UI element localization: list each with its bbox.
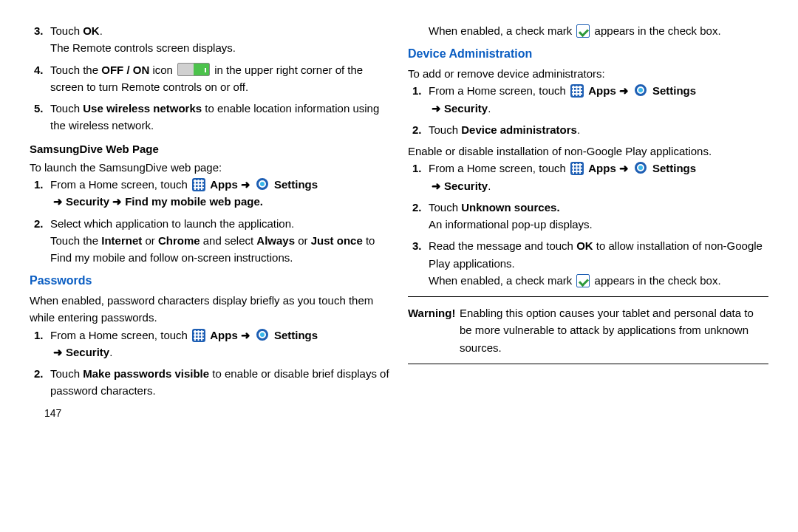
arrow-icon: ➜ xyxy=(432,102,441,115)
samsungdive-heading: SamsungDive Web Page xyxy=(30,140,390,157)
bold: Use wireless networks xyxy=(83,102,202,115)
bold: Make passwords visible xyxy=(83,367,209,380)
text: or xyxy=(142,234,158,247)
text: Touch xyxy=(50,24,83,37)
bold: Device administrators xyxy=(461,123,577,136)
bold: Apps xyxy=(588,84,616,97)
text: Touch the xyxy=(50,64,101,76)
apps-grid-icon xyxy=(192,329,205,342)
page-columns: 3.Touch OK. The Remote controls screen d… xyxy=(30,22,768,421)
warning-label: Warning! xyxy=(408,304,460,356)
bold: Unknown sources. xyxy=(461,201,559,214)
bold: Security xyxy=(444,180,488,192)
right-column: When enabled, a check mark appears in th… xyxy=(408,22,768,421)
bold: OK xyxy=(83,24,100,37)
arrow-icon: ➜ xyxy=(619,84,629,97)
text: . xyxy=(100,24,103,37)
step-detail: An informational pop-up displays. xyxy=(429,216,768,233)
arrow-icon: ➜ xyxy=(241,329,250,341)
text: From a Home screen, touch xyxy=(429,84,569,97)
step-number: 3. xyxy=(34,22,50,39)
step-number: 2. xyxy=(412,121,429,138)
bold: Settings xyxy=(274,329,318,341)
step-5: 5.Touch Use wireless networks to enable … xyxy=(50,100,390,134)
samsungdive-intro: To launch the SamsungDive web page: xyxy=(30,159,390,176)
settings-gear-icon xyxy=(255,327,270,342)
ng-step-2: 2.Touch Unknown sources. An informationa… xyxy=(429,199,768,233)
text: Touch xyxy=(429,123,461,136)
nongoogle-steps: 1.From a Home screen, touch Apps➜ Settin… xyxy=(408,160,768,289)
step-detail: The Remote controls screen displays. xyxy=(50,39,390,56)
apps-grid-icon xyxy=(192,178,205,191)
left-column: 3.Touch OK. The Remote controls screen d… xyxy=(30,22,390,421)
bold: Settings xyxy=(652,84,696,97)
settings-gear-icon xyxy=(633,83,648,98)
text: or xyxy=(295,234,311,247)
passwords-steps: 1.From a Home screen, touch Apps➜ Settin… xyxy=(30,327,390,400)
step-number: 3. xyxy=(412,237,429,254)
da-step-2: 2.Touch Device administrators. xyxy=(429,121,768,138)
remote-controls-steps: 3.Touch OK. The Remote controls screen d… xyxy=(30,22,390,134)
device-admin-steps: 1.From a Home screen, touch Apps➜ Settin… xyxy=(408,82,768,138)
divider xyxy=(408,296,768,297)
passwords-intro: When enabled, password characters displa… xyxy=(30,292,390,327)
samsungdive-steps: 1.From a Home screen, touch Apps➜ Settin… xyxy=(30,176,390,266)
bold: Settings xyxy=(274,178,318,191)
text: From a Home screen, touch xyxy=(429,162,569,174)
text: Touch the xyxy=(50,234,101,247)
bold: Security xyxy=(444,102,488,115)
toggle-icon xyxy=(177,63,210,76)
settings-gear-icon xyxy=(633,160,648,175)
text: icon xyxy=(149,64,176,76)
bold: Find my mobile web page xyxy=(125,195,260,208)
device-admin-intro: To add or remove device administrators: xyxy=(408,65,768,82)
checkmark-icon xyxy=(576,24,590,38)
step-3: 3.Touch OK. The Remote controls screen d… xyxy=(50,22,390,57)
text: appears in the check box. xyxy=(591,24,720,37)
passwords-heading: Passwords xyxy=(30,272,390,290)
arrow-icon: ➜ xyxy=(112,195,122,208)
text: Read the message and touch xyxy=(429,239,576,252)
arrow-icon: ➜ xyxy=(619,162,629,174)
pw-step-2: 2.Touch Make passwords visible to enable… xyxy=(50,365,390,400)
ng-step-3: 3.Read the message and touch OK to allow… xyxy=(429,237,768,289)
arrow-icon: ➜ xyxy=(432,180,441,192)
bold: Apps xyxy=(210,329,238,341)
text: Select which application to launch the a… xyxy=(50,217,294,230)
bold: Security xyxy=(66,195,109,208)
arrow-icon: ➜ xyxy=(53,195,63,208)
text: Touch xyxy=(50,367,83,380)
bold: OK xyxy=(576,239,593,252)
step-number: 5. xyxy=(34,100,50,117)
step-number: 2. xyxy=(34,215,50,232)
text: appears in the check box. xyxy=(591,274,720,287)
bold: Security xyxy=(66,346,109,358)
checkmark-icon xyxy=(576,274,590,287)
bold: Always xyxy=(256,234,295,247)
bold: Chrome xyxy=(158,234,200,247)
bold: Apps xyxy=(210,178,238,191)
nongoogle-intro: Enable or disable installation of non-Go… xyxy=(408,143,768,160)
step-4: 4.Touch the OFF / ON icon in the upper r… xyxy=(50,61,390,96)
ng-step-1: 1.From a Home screen, touch Apps➜ Settin… xyxy=(429,160,768,194)
text: From a Home screen, touch xyxy=(50,329,191,341)
step-number: 1. xyxy=(34,176,50,193)
step-number: 1. xyxy=(412,82,429,99)
text: When enabled, a check mark xyxy=(429,24,575,37)
arrow-icon: ➜ xyxy=(53,346,63,358)
text: and select xyxy=(200,234,257,247)
sd-step-1: 1.From a Home screen, touch Apps➜ Settin… xyxy=(50,176,390,211)
divider xyxy=(408,364,768,364)
step-number: 1. xyxy=(412,160,429,177)
bold: OFF / ON xyxy=(101,64,149,76)
settings-gear-icon xyxy=(255,177,270,191)
bold: Internet xyxy=(101,234,142,247)
continued-block: When enabled, a check mark appears in th… xyxy=(408,22,768,39)
step-number: 4. xyxy=(34,61,50,78)
bold: Settings xyxy=(652,162,696,174)
arrow-icon: ➜ xyxy=(241,178,250,191)
device-admin-heading: Device Administration xyxy=(408,45,768,64)
step-number: 2. xyxy=(34,365,50,382)
text: Touch xyxy=(429,201,461,214)
text: When enabled, a check mark xyxy=(429,274,575,287)
